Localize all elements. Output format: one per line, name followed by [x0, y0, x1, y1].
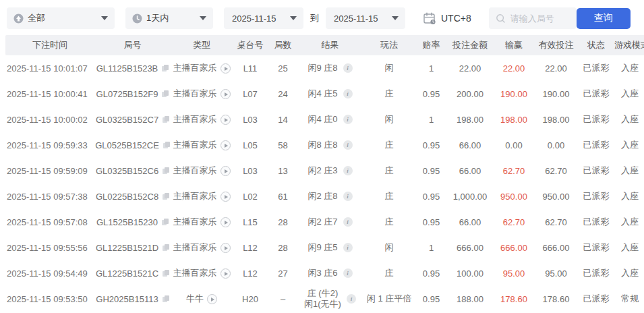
win-loss-cell: 22.00 — [494, 55, 534, 81]
date-to-select[interactable]: 2025-11-15 — [326, 7, 405, 29]
query-button[interactable]: 查询 — [577, 8, 631, 29]
game-mode-cell: 入座 — [614, 209, 644, 235]
result-value: 闲9 庄5 — [308, 242, 337, 253]
copy-icon[interactable] — [163, 270, 169, 277]
table-row: 2025-11-15 09:57:08 GL1525B15230 主播百家乐 L… — [5, 209, 644, 235]
odds-cell: 1 — [416, 55, 446, 81]
info-icon[interactable]: i — [343, 192, 353, 201]
round-search-input[interactable] — [510, 13, 573, 24]
copy-icon[interactable] — [162, 219, 169, 226]
copy-icon[interactable] — [163, 116, 169, 123]
valid-bet-cell: 95.00 — [534, 260, 578, 286]
round-search-box[interactable] — [489, 7, 577, 29]
copy-icon[interactable] — [163, 193, 169, 200]
play-video-icon[interactable] — [221, 166, 231, 176]
info-icon[interactable]: i — [343, 166, 353, 175]
info-icon[interactable]: i — [343, 243, 353, 252]
info-icon[interactable]: i — [343, 217, 353, 227]
game-type-value: 主播百家乐 — [173, 216, 217, 228]
status-cell: 已派彩 — [578, 107, 614, 132]
result-cell: 庄 (牛2)闲1(无牛) i — [298, 286, 362, 312]
win-loss-cell: 62.70 — [494, 209, 534, 235]
round-id-cell: GL1225B1521C — [94, 260, 171, 286]
result-value: 闲9 庄8 — [308, 63, 337, 74]
copy-icon[interactable] — [163, 167, 169, 175]
chevron-down-icon — [200, 16, 206, 20]
date-from-select[interactable]: 2025-11-15 — [224, 7, 303, 29]
result-value: 闲4 庄0 — [308, 114, 337, 125]
info-icon[interactable]: i — [347, 294, 356, 304]
bet-amount-cell: 200.00 — [446, 81, 494, 107]
status-cell: 已派彩 — [578, 132, 614, 158]
game-mode-cell: 入座 — [614, 81, 644, 107]
copy-icon[interactable] — [163, 295, 169, 303]
col-header-bet-time: 下注时间 — [5, 35, 94, 55]
play-video-icon[interactable] — [221, 268, 231, 279]
table-row: 2025-11-15 09:59:09 GL0325B152C6 主播百家乐 L… — [5, 158, 644, 183]
category-select[interactable]: 全部 — [7, 7, 115, 29]
copy-icon[interactable] — [162, 90, 169, 98]
table-no-cell: L07 — [233, 81, 268, 107]
table-row: 2025-11-15 10:00:02 GL0325B152C7 主播百家乐 L… — [5, 107, 644, 132]
play-video-icon[interactable] — [207, 294, 217, 304]
valid-bet-cell: 62.70 — [534, 158, 578, 183]
chevron-down-icon — [101, 16, 108, 20]
result-value: 闲3 庄6 — [308, 268, 337, 279]
col-header-play: 玩法 — [362, 35, 416, 55]
filter-bar: 全部 1天内 2025-11-15 到 2025-11-15 UTC+8 — [0, 0, 644, 35]
bet-time-cell: 2025-11-15 10:00:41 — [5, 81, 94, 107]
info-icon[interactable]: i — [343, 268, 353, 278]
type-cell: 主播百家乐 — [171, 55, 233, 81]
status-cell: 已派彩 — [578, 158, 614, 183]
play-video-icon[interactable] — [221, 243, 231, 253]
play-video-icon[interactable] — [221, 115, 231, 125]
table-no-cell: L03 — [233, 158, 268, 183]
win-loss-cell: 95.00 — [494, 260, 534, 286]
win-loss-cell: 666.00 — [494, 235, 534, 260]
calendar-clock-icon — [423, 11, 436, 25]
round-id-value: GL1525B15230 — [96, 217, 158, 227]
bet-time-cell: 2025-11-15 09:57:38 — [5, 183, 94, 209]
game-mode-cell: 入座 — [614, 132, 644, 158]
copy-icon[interactable] — [163, 142, 170, 149]
col-header-table-no: 桌台号 — [233, 35, 268, 55]
play-video-icon[interactable] — [221, 89, 231, 99]
odds-cell: 0.95 — [416, 209, 446, 235]
copy-icon[interactable] — [163, 244, 169, 252]
round-id-value: GL1225B1521D — [96, 243, 158, 253]
play-video-icon[interactable] — [221, 63, 231, 74]
bet-amount-cell: 22.00 — [446, 55, 494, 81]
status-cell: 已派彩 — [578, 209, 614, 235]
table-row: 2025-11-15 09:54:49 GL1225B1521C 主播百家乐 L… — [5, 260, 644, 286]
info-icon[interactable]: i — [343, 63, 353, 73]
round-id-value: GL1125B1523B — [96, 63, 158, 74]
bet-time-cell: 2025-11-15 10:00:02 — [5, 107, 94, 132]
result-cell: 闲3 庄6 i — [298, 260, 362, 286]
timezone-indicator: UTC+8 — [423, 11, 471, 25]
table-row: 2025-11-15 09:55:56 GL1225B1521D 主播百家乐 L… — [5, 235, 644, 260]
info-icon[interactable]: i — [343, 140, 353, 150]
info-icon[interactable]: i — [343, 89, 353, 98]
valid-bet-cell: 178.60 — [534, 286, 578, 312]
bet-amount-cell: 198.00 — [446, 107, 494, 132]
info-icon[interactable]: i — [343, 115, 353, 124]
bet-time-cell: 2025-11-15 09:57:08 — [5, 209, 94, 235]
type-cell: 主播百家乐 — [171, 183, 233, 209]
rounds-cell: 25 — [268, 55, 298, 81]
table-row: 2025-11-15 09:57:38 GL0225B152C8 主播百家乐 L… — [5, 183, 644, 209]
result-cell: 闲4 庄0 i — [298, 107, 362, 132]
status-cell: 已派彩 — [578, 286, 614, 312]
play-video-icon[interactable] — [221, 217, 231, 227]
time-range-select[interactable]: 1天内 — [125, 7, 213, 29]
play-video-icon[interactable] — [221, 140, 231, 150]
play-cell: 闲 — [362, 55, 416, 81]
result-cell: 闲2 庄8 i — [298, 183, 362, 209]
table-row: 2025-11-15 10:00:41 GL0725B152F9 主播百家乐 L… — [5, 81, 644, 107]
play-video-icon[interactable] — [221, 192, 231, 202]
play-cell: 庄 — [362, 81, 416, 107]
table-no-cell: L12 — [233, 235, 268, 260]
copy-icon[interactable] — [162, 65, 169, 72]
round-id-cell: GL0725B152F9 — [94, 81, 171, 107]
game-type-value: 主播百家乐 — [173, 62, 217, 74]
rounds-cell: 28 — [268, 209, 298, 235]
